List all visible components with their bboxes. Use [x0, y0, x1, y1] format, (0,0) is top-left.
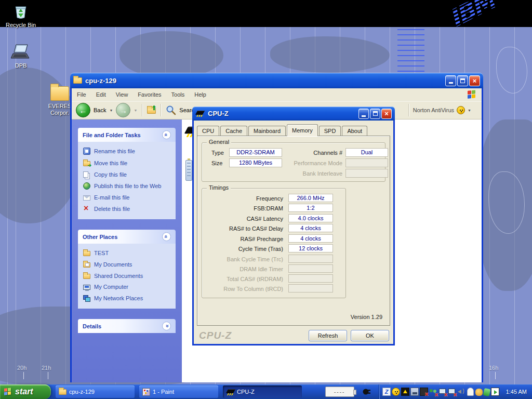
- expand-chevron-icon[interactable]: «: [162, 322, 171, 330]
- maximize-button[interactable]: [370, 109, 380, 119]
- menu-tools[interactable]: Tools: [171, 91, 185, 98]
- audio-muted-icon[interactable]: [448, 388, 456, 396]
- frequency-value: 266.0 MHz: [288, 194, 333, 202]
- cpuz-logo-text: CPU-Z: [199, 330, 232, 341]
- timezone-tick: [48, 372, 48, 379]
- desktop-icon-recycle-bin[interactable]: Recycle Bin: [1, 2, 41, 29]
- start-button[interactable]: start: [0, 384, 51, 399]
- folder-icon: [73, 77, 82, 84]
- forward-button[interactable]: →: [116, 103, 130, 117]
- up-arrow-icon: ⬆: [151, 104, 156, 112]
- place-my-network[interactable]: My Network Places: [83, 295, 174, 302]
- power-icon[interactable]: [483, 388, 490, 396]
- folder-icon: [50, 86, 69, 101]
- place-shared-documents[interactable]: Shared Documents: [83, 272, 174, 279]
- taskbar-clock: 1:45 AM: [502, 389, 532, 395]
- timezone-label: 20h: [17, 365, 26, 371]
- computer-offline-icon[interactable]: [438, 388, 447, 396]
- collapse-chevron-icon[interactable]: «: [162, 130, 171, 139]
- forward-dropdown-arrow[interactable]: ▼: [134, 109, 137, 112]
- desktop-icon-dpb[interactable]: DPB: [1, 44, 41, 69]
- frequency-label: Frequency: [204, 195, 283, 202]
- fsb-dram-value: 1:2: [288, 204, 333, 212]
- task-rename-file[interactable]: Rename this file: [83, 148, 174, 155]
- menu-help[interactable]: Help: [194, 91, 206, 98]
- norton-antivirus-icon[interactable]: [392, 388, 400, 396]
- task-publish-file[interactable]: Publish this file to the Web: [83, 182, 174, 190]
- cpuz-chip-icon: [226, 389, 234, 395]
- cpuz-titlebar[interactable]: CPU-Z ×: [192, 107, 395, 121]
- desktop-icon-label: DPB: [1, 62, 41, 69]
- map-shape: [119, 31, 223, 78]
- back-button[interactable]: ←: [76, 103, 90, 117]
- tab-memory[interactable]: Memory: [287, 124, 318, 136]
- section-header[interactable]: Details «: [78, 319, 176, 333]
- email-icon: [83, 195, 90, 201]
- menu-edit[interactable]: Edit: [96, 91, 106, 98]
- liveupdate-icon[interactable]: [401, 388, 409, 396]
- tab-cache[interactable]: Cache: [220, 126, 247, 136]
- norton-dropdown-arrow[interactable]: ▼: [468, 109, 471, 112]
- toolbar-separator: [161, 104, 161, 116]
- tab-spd[interactable]: SPD: [319, 126, 341, 136]
- messenger-icon[interactable]: [467, 388, 474, 396]
- map-shape: [270, 36, 390, 73]
- back-label[interactable]: Back: [94, 107, 106, 113]
- close-button[interactable]: ×: [381, 109, 392, 119]
- taskbar: start cpu-z-129 1 - Paint CPU-Z ---- 1:4…: [0, 384, 532, 399]
- update-icon[interactable]: [475, 389, 483, 396]
- network-status-icon[interactable]: [410, 388, 419, 396]
- display-settings-icon[interactable]: [491, 388, 499, 396]
- folder-icon: [59, 389, 66, 395]
- tab-mainboard[interactable]: Mainboard: [248, 126, 286, 136]
- ram-file-icon[interactable]: [185, 160, 192, 181]
- volume-icon[interactable]: [457, 388, 466, 396]
- explorer-titlebar[interactable]: cpu-z-129 ×: [70, 73, 483, 88]
- battery-meter: ----: [325, 387, 354, 397]
- delete-icon: [83, 205, 90, 212]
- ok-button[interactable]: OK: [351, 330, 389, 341]
- task-delete-file[interactable]: Delete this file: [83, 205, 174, 212]
- lightning-icon[interactable]: [382, 388, 391, 396]
- close-button[interactable]: ×: [469, 75, 480, 86]
- menu-file[interactable]: File: [77, 91, 86, 98]
- place-my-documents[interactable]: My Documents: [83, 261, 174, 268]
- timezone-label: 21h: [42, 365, 51, 371]
- menu-favorites[interactable]: Favorites: [138, 91, 161, 98]
- maximize-button[interactable]: [457, 75, 468, 86]
- performance-mode-label: Performance Mode: [279, 160, 342, 166]
- task-copy-file[interactable]: Copy this file: [83, 171, 174, 178]
- users-offline-icon[interactable]: [429, 388, 437, 396]
- section-header[interactable]: Other Places «: [78, 230, 176, 244]
- task-move-file[interactable]: Move this file: [83, 159, 174, 166]
- bank-interleave-value: [345, 169, 388, 178]
- start-label: start: [15, 387, 33, 396]
- tab-cpu[interactable]: CPU: [197, 126, 219, 136]
- section-header[interactable]: File and Folder Tasks «: [78, 128, 176, 142]
- place-test[interactable]: TEST: [83, 249, 174, 256]
- shared-documents-icon: [83, 274, 90, 279]
- minimize-button[interactable]: [358, 109, 369, 119]
- taskbar-task-paint[interactable]: 1 - Paint: [139, 385, 218, 398]
- search-icon[interactable]: [166, 105, 176, 115]
- fsb-dram-label: FSB:DRAM: [204, 205, 283, 211]
- refresh-button[interactable]: Refresh: [309, 330, 347, 341]
- move-icon: [83, 161, 90, 166]
- collapse-chevron-icon[interactable]: «: [162, 232, 171, 241]
- taskbar-task-cpuz[interactable]: CPU-Z: [223, 385, 302, 398]
- display-error-icon[interactable]: [420, 388, 428, 396]
- menu-view[interactable]: View: [116, 91, 128, 98]
- my-computer-icon: [83, 285, 90, 290]
- place-my-computer[interactable]: My Computer: [83, 284, 174, 290]
- norton-antivirus-control[interactable]: Norton AntiVirus ▼: [407, 104, 477, 116]
- taskbar-task-explorer[interactable]: cpu-z-129: [56, 385, 135, 398]
- maximize-icon: [373, 111, 378, 116]
- minimize-button[interactable]: [445, 75, 456, 86]
- back-dropdown-arrow[interactable]: ▼: [109, 109, 113, 112]
- section-other-places: Other Places « TEST My Documents Shared …: [78, 230, 176, 309]
- task-email-file[interactable]: E-mail this file: [83, 194, 174, 201]
- up-folder-button[interactable]: ⬆: [147, 108, 156, 114]
- tab-about[interactable]: About: [342, 126, 367, 136]
- map-border: [496, 47, 527, 94]
- total-cas-value: [288, 274, 333, 283]
